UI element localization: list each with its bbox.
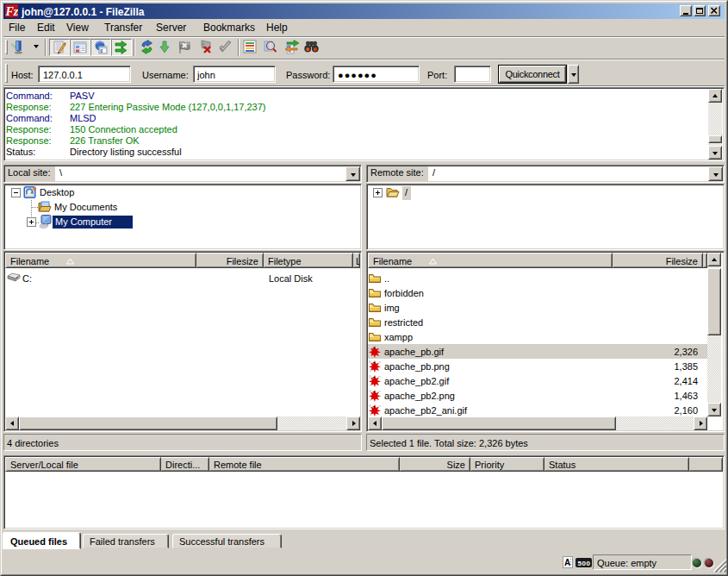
- svg-text:Fz: Fz: [5, 5, 18, 18]
